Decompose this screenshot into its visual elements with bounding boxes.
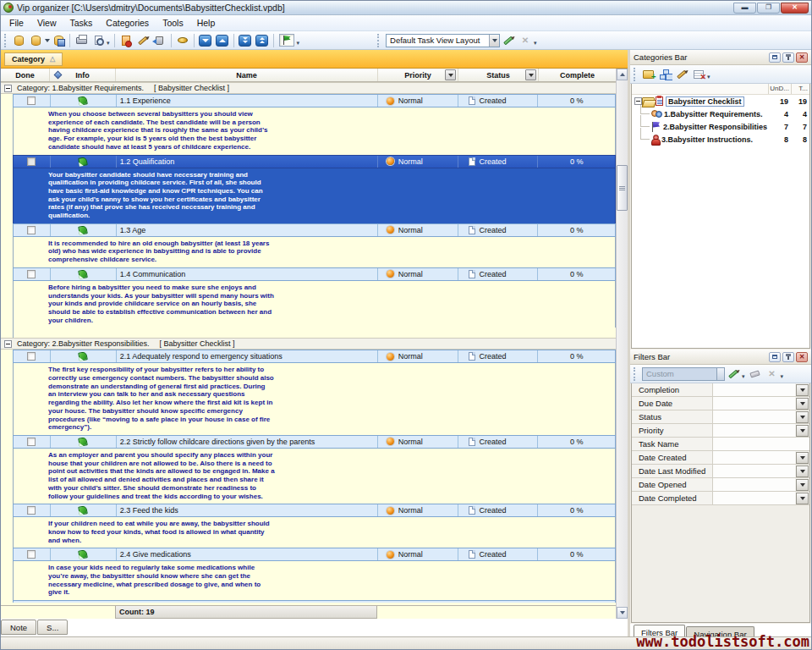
filter-dropdown-icon[interactable] xyxy=(796,384,809,396)
filter-dropdown-icon[interactable] xyxy=(796,398,809,410)
priority-filter-dropdown-icon[interactable] xyxy=(445,69,456,80)
filters-close-icon[interactable]: ✕ xyxy=(796,352,808,362)
filter-dropdown-icon[interactable] xyxy=(796,411,809,423)
filters-pin-icon[interactable] xyxy=(782,352,794,362)
delete-filter-icon[interactable]: ✕ xyxy=(764,366,781,382)
task-note[interactable]: Your babysitter candidate should have ne… xyxy=(13,168,616,223)
task-row[interactable]: 2.3 Feed the kidsNormalCreated0 % xyxy=(13,504,616,517)
done-checkbox[interactable] xyxy=(27,226,36,234)
toolbar-grip[interactable] xyxy=(4,34,8,47)
task-note[interactable]: The first key responsibility of your bab… xyxy=(13,363,616,435)
group-by-category-chip[interactable]: Category △ xyxy=(4,52,63,66)
filter-value-field[interactable] xyxy=(712,410,795,423)
column-header-priority[interactable]: Priority xyxy=(377,69,458,81)
menu-tasks[interactable]: Tasks xyxy=(63,16,100,30)
filter-value-field[interactable] xyxy=(712,478,795,491)
done-checkbox[interactable] xyxy=(27,506,36,515)
column-header-undone[interactable]: UnD... xyxy=(768,84,791,94)
toolbar-overflow-icon[interactable]: ▾ xyxy=(781,373,784,379)
maximize-button[interactable]: ❐ xyxy=(757,3,780,14)
task-row[interactable]: 1.2 QualificationNormalCreated0 % xyxy=(13,155,616,168)
category-tree-item[interactable]: 1.Babysitter Requirements.44 xyxy=(632,107,809,120)
task-row[interactable]: 2.4 Give medicationsNormalCreated0 % xyxy=(13,548,616,561)
done-checkbox[interactable] xyxy=(27,550,36,559)
done-checkbox[interactable] xyxy=(27,96,36,105)
open-database-icon[interactable] xyxy=(27,33,44,48)
task-view-layout-icon[interactable] xyxy=(277,33,297,48)
grid-scrollbar[interactable] xyxy=(616,69,628,619)
close-button[interactable]: ✕ xyxy=(781,3,809,14)
toolbar-grip[interactable] xyxy=(634,367,637,381)
categories-close-icon[interactable]: ✕ xyxy=(796,52,808,63)
menu-view[interactable]: View xyxy=(30,16,63,30)
minimize-button[interactable]: ▬ xyxy=(733,3,756,14)
save-layout-icon[interactable] xyxy=(500,33,517,48)
column-header-done[interactable]: Done xyxy=(1,69,49,81)
edit-category-icon[interactable] xyxy=(673,67,690,82)
filter-value-field[interactable] xyxy=(712,438,809,450)
scrollbar-thumb[interactable] xyxy=(617,165,628,211)
task-row[interactable]: 1.4 CommunicationNormalCreated0 % xyxy=(13,267,616,281)
toolbar-grip[interactable] xyxy=(634,68,637,81)
column-header-name[interactable]: Name xyxy=(115,69,377,81)
category-group-row[interactable]: Category: 2.Babysitter Responsibilities.… xyxy=(1,338,616,350)
edit-task-icon[interactable] xyxy=(134,33,151,48)
filter-dropdown-icon[interactable] xyxy=(796,425,809,437)
filter-value-field[interactable] xyxy=(712,465,795,477)
task-row[interactable]: 1.1 ExperienceNormalCreated0 % xyxy=(13,94,616,107)
toolbar-overflow-icon[interactable]: ▾ xyxy=(707,74,710,80)
collapse-icon[interactable] xyxy=(4,85,12,92)
print-icon[interactable] xyxy=(73,33,90,48)
scroll-up-icon[interactable] xyxy=(617,69,628,80)
collapse-icon[interactable] xyxy=(634,97,642,105)
filter-value-field[interactable] xyxy=(712,383,795,396)
status-filter-dropdown-icon[interactable] xyxy=(525,69,536,80)
filter-dropdown-icon[interactable] xyxy=(796,452,809,464)
task-row[interactable]: 2.2 Strictly follow childcare directions… xyxy=(13,435,616,449)
layout-combobox[interactable]: Default Task View Layout xyxy=(386,34,500,47)
menu-help[interactable]: Help xyxy=(190,16,222,30)
filter-dropdown-icon[interactable] xyxy=(796,465,809,477)
menu-tools[interactable]: Tools xyxy=(156,16,190,30)
move-down-icon[interactable] xyxy=(197,33,214,48)
task-row[interactable]: 2.1 Adequately respond to emergency situ… xyxy=(13,350,616,363)
task-note[interactable]: As an employer and parent you should spe… xyxy=(13,449,616,504)
toolbar-grip[interactable] xyxy=(377,34,381,47)
task-note[interactable]: It is recommended to hire an old enough … xyxy=(13,237,616,267)
scroll-down-icon[interactable] xyxy=(617,607,628,619)
toolbar-overflow-icon[interactable]: ▾ xyxy=(297,40,300,46)
categories-pin-icon[interactable] xyxy=(782,52,794,63)
filter-value-field[interactable] xyxy=(712,492,795,504)
filter-value-field[interactable] xyxy=(712,451,795,464)
filters-restore-icon[interactable] xyxy=(769,352,781,362)
done-checkbox[interactable] xyxy=(27,157,36,166)
filter-dropdown-icon[interactable] xyxy=(796,479,809,491)
task-note[interactable]: If your children need to eat while you a… xyxy=(13,517,616,548)
category-tree-item[interactable]: 2.Babysitter Responsibilities77 xyxy=(632,120,809,133)
toolbar-overflow-icon[interactable]: ▾ xyxy=(107,40,110,46)
layout-combobox-dropdown-icon[interactable] xyxy=(489,35,499,47)
tab-s[interactable]: S... xyxy=(37,620,68,635)
new-task-icon[interactable] xyxy=(118,33,134,48)
done-checkbox[interactable] xyxy=(27,352,36,361)
apply-filter-dropdown-icon[interactable]: ▾ xyxy=(742,373,745,379)
move-to-bottom-icon[interactable] xyxy=(237,33,254,48)
delete-category-icon[interactable] xyxy=(690,67,707,82)
task-row[interactable]: 1.3 AgeNormalCreated0 % xyxy=(13,223,616,237)
done-checkbox[interactable] xyxy=(27,270,36,278)
done-checkbox[interactable] xyxy=(27,438,36,446)
filter-dropdown-icon[interactable] xyxy=(796,493,809,504)
new-database-icon[interactable] xyxy=(10,33,27,48)
categories-restore-icon[interactable] xyxy=(769,52,781,63)
apply-filter-icon[interactable] xyxy=(725,366,742,382)
column-header-info[interactable]: Info xyxy=(49,69,115,81)
menu-categories[interactable]: Categories xyxy=(99,16,156,30)
filter-value-field[interactable] xyxy=(712,397,795,410)
task-row-partial[interactable] xyxy=(13,600,616,603)
view-notes-icon[interactable] xyxy=(174,33,191,48)
column-header-status[interactable]: Status xyxy=(458,69,538,81)
add-subcategory-icon[interactable] xyxy=(656,67,673,82)
delete-layout-icon[interactable]: ✕ xyxy=(517,33,534,48)
print-preview-icon[interactable] xyxy=(90,33,107,48)
collapse-icon[interactable] xyxy=(4,340,12,348)
